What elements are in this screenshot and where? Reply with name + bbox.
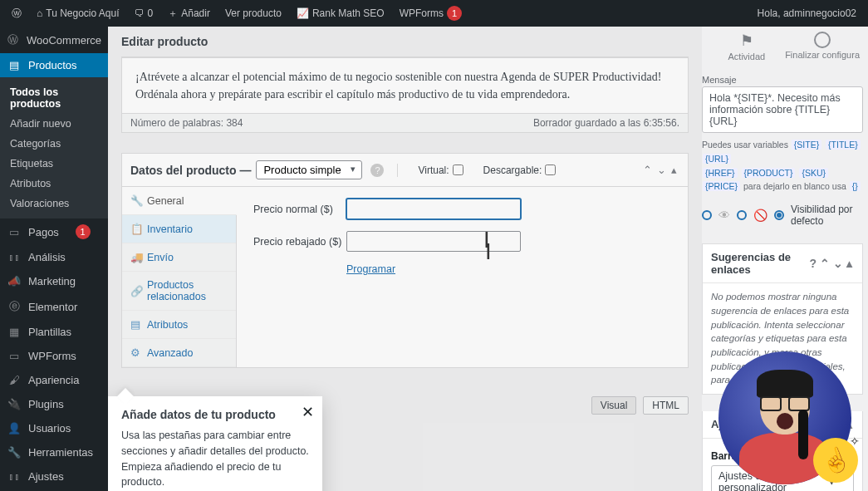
- regular-price-input[interactable]: [346, 199, 521, 219]
- chevron-up-icon[interactable]: ⌃: [640, 164, 655, 176]
- suggestions-title: Sugerencias de enlaces: [711, 251, 807, 276]
- megaphone-icon: 📣: [7, 275, 22, 287]
- caret-up-icon[interactable]: ▴: [669, 164, 679, 176]
- tab-inventory[interactable]: 📋Inventario: [122, 215, 236, 243]
- var-site[interactable]: {SITE}: [792, 140, 821, 150]
- virtual-checkbox[interactable]: [453, 164, 463, 175]
- menu-herramientas[interactable]: 🔧Herramientas: [0, 440, 108, 464]
- html-tab[interactable]: HTML: [643, 396, 689, 415]
- menu-plugins[interactable]: 🔌Plugins: [0, 392, 108, 416]
- word-count: Número de palabras: 384: [130, 117, 243, 129]
- site-home[interactable]: ⌂Tu Negocio Aquí: [32, 0, 125, 27]
- var-sku[interactable]: {SKU}: [799, 168, 828, 178]
- close-icon[interactable]: ✕: [302, 403, 314, 421]
- tab-attributes[interactable]: ▤Atributos: [122, 311, 236, 339]
- wordpress-icon: ⓦ: [12, 7, 22, 21]
- sub-reviews[interactable]: Valoraciones: [0, 194, 108, 214]
- menu-pagos[interactable]: ▭Pagos 1: [0, 218, 108, 245]
- sub-tags[interactable]: Etiquetas: [0, 154, 108, 174]
- tour-title: Añade datos de tu producto: [121, 408, 309, 421]
- sub-add-new[interactable]: Añadir nuevo: [0, 114, 108, 134]
- schedule-link[interactable]: Programar: [346, 263, 671, 275]
- var-product[interactable]: {PRODUCT}: [742, 168, 796, 178]
- var-empty[interactable]: {}: [850, 181, 861, 191]
- description-editor: ¡Atrévete a alcanzar el potencial máximo…: [121, 57, 689, 133]
- visibility-label: Visibilidad por defecto: [791, 204, 863, 227]
- finish-setup-button[interactable]: Finalizar configura: [785, 32, 860, 60]
- comment-icon: 🗨: [135, 7, 145, 19]
- sub-categories[interactable]: Categorías: [0, 134, 108, 154]
- draft-saved: Borrador guardado a las 6:35:56.: [533, 117, 679, 129]
- tab-shipping[interactable]: 🚚Envío: [122, 243, 236, 272]
- panel-title: Datos del producto —: [130, 164, 251, 177]
- form-icon: ▭: [7, 350, 22, 362]
- var-title[interactable]: {TITLE}: [826, 140, 861, 150]
- help-icon[interactable]: ?: [807, 257, 818, 270]
- var-price[interactable]: {PRICE}: [703, 181, 740, 191]
- add-new[interactable]: ＋Añadir: [163, 0, 215, 27]
- product-type-select[interactable]: Producto simple: [256, 160, 362, 179]
- visibility-radio-off[interactable]: [702, 210, 712, 220]
- downloadable-checkbox[interactable]: [545, 164, 556, 175]
- menu-usuarios[interactable]: 👤Usuarios: [0, 416, 108, 440]
- chevron-down-icon[interactable]: ⌄: [831, 257, 845, 270]
- var-href[interactable]: {HREF}: [703, 168, 738, 178]
- product-data-panel: Datos del producto — Producto simple ? V…: [121, 153, 689, 368]
- productos-submenu: Todos los productos Añadir nuevo Categor…: [0, 77, 108, 218]
- menu-analisis[interactable]: ⫾⫾Análisis: [0, 245, 108, 269]
- visual-tab[interactable]: Visual: [591, 396, 636, 415]
- menu-productos[interactable]: ▤Productos: [0, 53, 108, 77]
- products-icon: ▤: [7, 59, 22, 71]
- notification-badge: 1: [447, 6, 462, 21]
- eye-off-icon: 🚫: [753, 209, 767, 222]
- chevron-up-icon[interactable]: ⌃: [818, 257, 831, 270]
- wpforms-link[interactable]: WPForms1: [395, 0, 467, 27]
- menu-marketing[interactable]: 📣Marketing: [0, 269, 108, 293]
- user-icon: 👤: [7, 422, 22, 435]
- caret-icon[interactable]: ▴: [845, 257, 854, 270]
- eye-icon: 👁: [718, 209, 730, 222]
- menu-woocommerce[interactable]: ⓌWooCommerce: [0, 27, 108, 53]
- tour-body: Usa las pestañas para cambiar entre secc…: [121, 428, 309, 490]
- wp-logo[interactable]: ⓦ: [7, 0, 27, 27]
- rankmath-link[interactable]: 📈Rank Math SEO: [292, 0, 390, 27]
- mensaje-textarea[interactable]: Hola *{SITE}*. Necesito más información …: [702, 86, 863, 133]
- view-product[interactable]: Ver producto: [220, 0, 287, 27]
- sale-price-label: Precio rebajado ($): [253, 236, 346, 248]
- tab-advanced[interactable]: ⚙Avanzado: [122, 339, 236, 367]
- downloadable-label: Descargable:: [483, 164, 542, 176]
- menu-elementor[interactable]: ⓔElementor: [0, 293, 108, 320]
- sale-price-input[interactable]: [346, 231, 521, 252]
- menu-plantillas[interactable]: ▦Plantillas: [0, 320, 108, 344]
- help-icon[interactable]: ?: [370, 164, 384, 177]
- elementor-icon: ⓔ: [7, 299, 22, 314]
- pointer-sticker-icon: ✧: [813, 438, 858, 483]
- chevron-down-icon[interactable]: ⌄: [655, 164, 669, 176]
- visibility-radio-default[interactable]: [774, 210, 784, 220]
- activity-button[interactable]: ⚑Actividad: [728, 32, 765, 61]
- visibility-radio-off2[interactable]: [737, 210, 747, 220]
- menu-ajustes[interactable]: ⫾⫾Ajustes: [0, 464, 108, 489]
- menu-apariencia[interactable]: 🖌Apariencia: [0, 368, 108, 392]
- tab-general[interactable]: 🔧General: [122, 187, 237, 215]
- onboarding-tour-popup: ✕ Añade datos de tu producto Usa las pes…: [108, 396, 322, 491]
- user-greeting[interactable]: Hola, adminnegocio02: [753, 0, 861, 27]
- editor-status-bar: Número de palabras: 384 Borrador guardad…: [122, 113, 688, 132]
- wrench-icon: 🔧: [130, 194, 142, 207]
- flag-icon: ⚑: [740, 32, 753, 50]
- card-icon: ▭: [7, 226, 22, 238]
- list-icon: ▤: [130, 318, 142, 331]
- sub-all-products[interactable]: Todos los productos: [0, 82, 108, 114]
- page-title: Editar producto: [121, 35, 208, 48]
- comments-link[interactable]: 🗨0: [130, 0, 159, 27]
- editor-body[interactable]: ¡Atrévete a alcanzar el potencial máximo…: [122, 58, 688, 113]
- var-url[interactable]: {URL}: [703, 154, 731, 164]
- sub-attributes[interactable]: Atributos: [0, 174, 108, 194]
- menu-wpforms[interactable]: ▭WPForms: [0, 344, 108, 368]
- admin-sidebar: ⓌWooCommerce ▤Productos Todos los produc…: [0, 27, 108, 491]
- tab-linked-products[interactable]: 🔗Productos relacionados: [122, 272, 236, 311]
- plug-icon: 🔌: [7, 398, 22, 410]
- general-tab-content: Precio normal ($) Precio rebajado ($) Pr…: [237, 187, 688, 367]
- clipboard-icon: 📋: [130, 223, 142, 235]
- woo-icon: Ⓦ: [7, 32, 20, 47]
